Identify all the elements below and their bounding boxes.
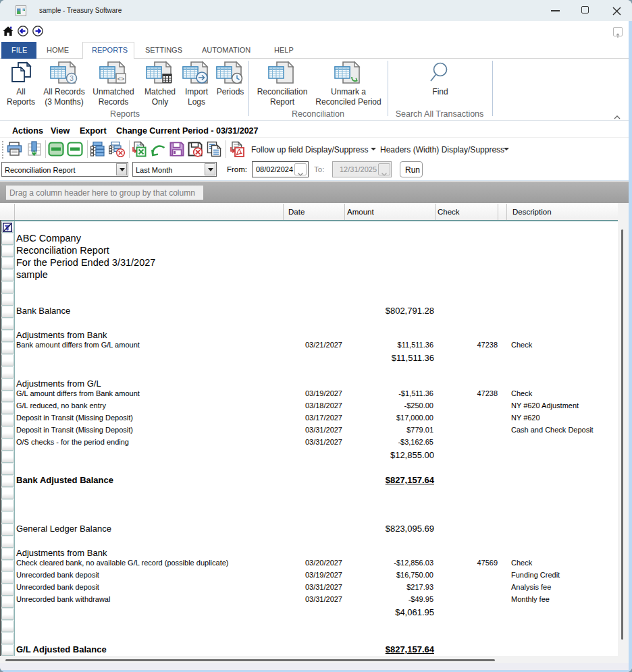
svg-text:3: 3: [70, 75, 74, 82]
svg-text:<>: <>: [117, 76, 125, 82]
